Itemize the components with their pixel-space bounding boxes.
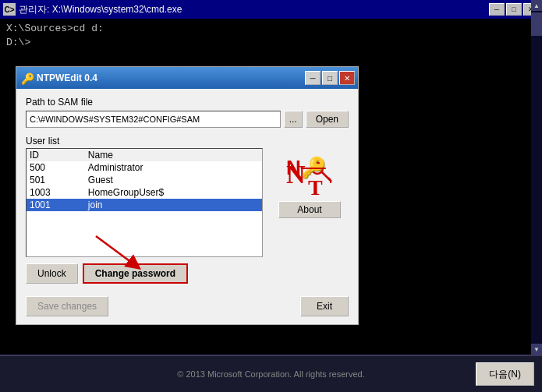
nt-logo-text: N🔑 — [286, 156, 326, 180]
dialog-title-text: NTPWEdit 0.4 — [37, 72, 97, 83]
dialog-title-left: 🔑 NTPWEdit 0.4 — [21, 72, 97, 84]
next-button[interactable]: 다음(N) — [476, 362, 534, 386]
col-name: Name — [85, 149, 262, 161]
cmd-line-2: D:\> — [6, 36, 536, 50]
dialog-maximize-btn[interactable]: □ — [322, 71, 338, 85]
main-area: ID Name 500 Administrator 501 Guest 10 — [26, 148, 349, 284]
user-id-1001: 1001 — [27, 199, 85, 211]
unlock-button[interactable]: Unlock — [26, 263, 78, 284]
nt-logo-container: N🔑 N T — [286, 156, 333, 195]
user-table-header: ID Name — [27, 149, 262, 161]
open-button[interactable]: Open — [306, 111, 349, 128]
cmd-minimize-btn[interactable]: ─ — [489, 3, 505, 16]
userlist-label: User list — [26, 136, 349, 147]
taskbar-right: 다음(N) — [402, 362, 534, 386]
user-name-500: Administrator — [85, 161, 262, 174]
scrollbar-up-arrow[interactable]: ▲ — [531, 0, 542, 11]
user-row-1003[interactable]: 1003 HomeGroupUser$ — [27, 186, 262, 199]
user-id-500: 500 — [27, 161, 85, 174]
path-row: ... Open — [26, 111, 349, 128]
path-label: Path to SAM file — [26, 97, 349, 108]
save-changes-button[interactable]: Save changes — [26, 296, 108, 316]
taskbar: © 2013 Microsoft Corporation. All rights… — [0, 355, 542, 392]
cmd-title-text: 관리자: X:\Windows\system32\cmd.exe — [19, 3, 182, 16]
dialog-controls: ─ □ ✕ — [305, 71, 355, 85]
cmd-title-left: C> 관리자: X:\Windows\system32\cmd.exe — [3, 3, 182, 16]
dialog-close-btn[interactable]: ✕ — [339, 71, 355, 85]
col-id: ID — [27, 149, 85, 161]
user-list[interactable]: ID Name 500 Administrator 501 Guest 10 — [26, 148, 263, 257]
scrollbar-track — [531, 11, 542, 344]
path-input[interactable] — [26, 111, 281, 128]
scrollbar-down-arrow[interactable]: ▼ — [531, 344, 542, 355]
user-name-1001: join — [85, 199, 262, 211]
exit-button[interactable]: Exit — [300, 296, 349, 316]
cmd-maximize-btn[interactable]: □ — [506, 3, 522, 16]
user-row-500[interactable]: 500 Administrator — [27, 161, 262, 174]
dialog-minimize-btn[interactable]: ─ — [305, 71, 321, 85]
action-row: Unlock Change password — [26, 263, 263, 284]
user-row-1001[interactable]: 1001 join — [27, 199, 262, 211]
bottom-row: Save changes Exit — [26, 291, 349, 316]
cmd-titlebar: C> 관리자: X:\Windows\system32\cmd.exe ─ □ … — [0, 0, 542, 19]
user-name-501: Guest — [85, 174, 262, 186]
browse-button[interactable]: ... — [284, 111, 303, 128]
dialog-body: Path to SAM file ... Open User list ID N… — [16, 89, 358, 324]
ntpwedit-dialog: 🔑 NTPWEdit 0.4 ─ □ ✕ Path to SAM file ..… — [16, 66, 359, 325]
scrollbar-thumb[interactable] — [531, 12, 542, 36]
user-row-501[interactable]: 501 Guest — [27, 174, 262, 186]
cmd-icon: C> — [3, 3, 16, 16]
user-list-container: ID Name 500 Administrator 501 Guest 10 — [26, 148, 263, 284]
change-password-button[interactable]: Change password — [83, 263, 188, 284]
right-panel: N🔑 N T About — [271, 148, 349, 284]
about-button[interactable]: About — [278, 201, 341, 218]
user-name-1003: HomeGroupUser$ — [85, 186, 262, 199]
user-table: ID Name 500 Administrator 501 Guest 10 — [27, 149, 262, 211]
ntpwedit-icon: 🔑 — [21, 72, 34, 84]
dialog-titlebar: 🔑 NTPWEdit 0.4 ─ □ ✕ — [16, 67, 358, 89]
outer-scrollbar[interactable]: ▲ ▼ — [531, 0, 542, 355]
taskbar-copyright: © 2013 Microsoft Corporation. All rights… — [140, 369, 403, 379]
action-area: Unlock Change password — [26, 263, 263, 284]
user-id-1003: 1003 — [27, 186, 85, 199]
user-id-501: 501 — [27, 174, 85, 186]
cmd-line-1: X:\Sources>cd d: — [6, 22, 536, 36]
